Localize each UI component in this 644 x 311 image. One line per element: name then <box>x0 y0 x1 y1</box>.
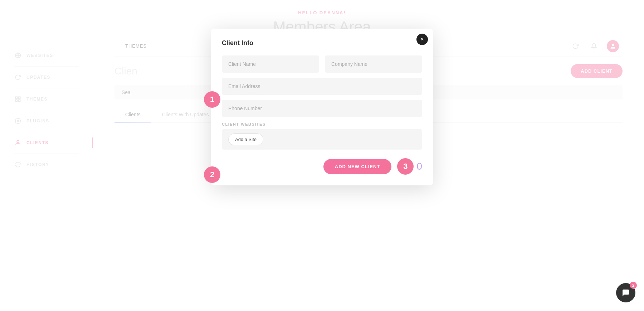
modal-title: Client Info <box>222 39 422 47</box>
step-2-badge: 2 <box>204 166 220 183</box>
modal-close-button[interactable]: × <box>416 34 428 45</box>
chat-badge: 2 <box>630 282 637 289</box>
purple-zero: 0 <box>416 161 422 172</box>
modal-overlay: 1 2 × Client Info CLIENT WEBSITES Add a … <box>0 0 644 311</box>
add-new-client-button[interactable]: ADD NEW CLIENT <box>323 159 392 174</box>
add-site-button[interactable]: Add a Site <box>228 133 263 145</box>
modal: 1 2 × Client Info CLIENT WEBSITES Add a … <box>211 29 433 185</box>
step-1-badge: 1 <box>204 91 220 108</box>
step-3-badge: 3 0 <box>397 158 422 175</box>
company-name-input[interactable] <box>325 55 422 73</box>
client-name-input[interactable] <box>222 55 319 73</box>
chat-bubble[interactable]: 2 <box>616 283 635 302</box>
phone-input[interactable] <box>222 100 422 117</box>
email-input[interactable] <box>222 78 422 95</box>
modal-footer: ADD NEW CLIENT 3 0 <box>222 158 422 175</box>
websites-label: CLIENT WEBSITES <box>222 122 422 126</box>
